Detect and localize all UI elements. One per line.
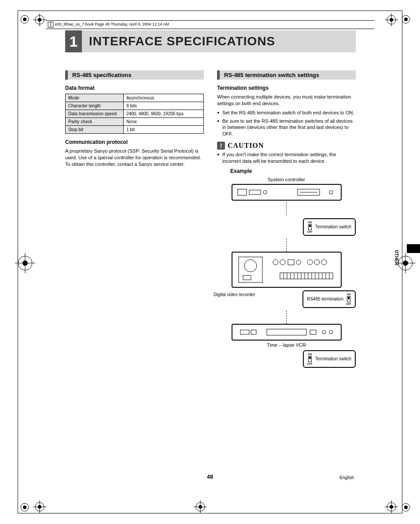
book-icon: [48, 22, 54, 28]
subhead-termination-settings: Termination settings: [217, 85, 356, 91]
termination-intro: When connecting multiple devices, you mu…: [217, 94, 356, 107]
device-label-dvr: Digital video recorder: [214, 292, 255, 297]
device-ports-icon: [236, 254, 337, 285]
termination-switch-callout: ON OFF Termination switch: [303, 218, 356, 236]
table-row: Character length8 bits: [66, 102, 204, 110]
switch-label: Termination switch: [315, 356, 351, 361]
dvr-illustration: [232, 252, 342, 288]
table-row: Data transmission speed2400, 4800, 9600,…: [66, 110, 204, 118]
svg-rect-71: [267, 329, 306, 335]
example-label: Example: [230, 168, 356, 174]
caution-heading: ! CAUTION: [217, 142, 356, 150]
svg-point-45: [244, 260, 257, 272]
subhead-data-format: Data format: [65, 85, 204, 91]
svg-point-43: [329, 191, 333, 194]
caution-bullets: If you don't make the correct terminatio…: [217, 151, 356, 165]
device-ports-icon: [236, 187, 337, 198]
svg-point-7: [404, 506, 408, 509]
svg-point-74: [329, 330, 333, 334]
file-meta-text: e00_l8hae_us_7.book Page 48 Thursday, Ap…: [55, 22, 169, 26]
svg-rect-72: [310, 330, 316, 334]
svg-point-51: [307, 260, 313, 265]
section-header-termination: RS-485 termination switch settings: [217, 70, 356, 80]
device-label-controller: System controller: [217, 177, 356, 182]
svg-rect-70: [251, 330, 256, 334]
svg-point-15: [403, 260, 408, 266]
table-row: Stop bit1 bit: [66, 126, 204, 134]
device-ports-icon: [236, 326, 337, 338]
chapter-number: 1: [65, 30, 82, 52]
termination-bullets: Set the RS-485 termination switch of bot…: [217, 110, 356, 137]
table-row: Parity checkNone: [66, 118, 204, 126]
rs485-termination-callout: RS485 termination ON OFF: [302, 290, 356, 308]
chapter-title-bar: 1 INTERFACE SPECIFICATIONS: [65, 30, 356, 52]
svg-point-50: [296, 260, 301, 264]
comm-protocol-body: A proprietary Sanyo protocol (SSP: Secur…: [65, 148, 204, 168]
svg-point-40: [263, 191, 267, 194]
switch-icon: ON OFF: [307, 221, 313, 233]
page-number: 48: [207, 473, 213, 480]
svg-rect-49: [288, 260, 294, 265]
list-item: Be sure to set the RS-485 termination sw…: [217, 118, 356, 138]
svg-rect-69: [240, 330, 249, 334]
side-tab-marker: [407, 244, 420, 253]
list-item: Set the RS-485 termination switch of bot…: [217, 110, 356, 116]
section-header-rs485-spec: RS-485 specifications: [65, 70, 204, 80]
svg-point-3: [404, 18, 408, 21]
caution-label: CAUTION: [228, 142, 264, 150]
vcr-illustration: [232, 324, 342, 341]
svg-rect-46: [243, 275, 251, 280]
connection-line: [286, 311, 287, 324]
system-controller-illustration: [232, 184, 342, 201]
svg-rect-44: [239, 257, 262, 282]
subhead-comm-protocol: Communication protocol: [65, 139, 204, 145]
switch-icon: ON OFF: [346, 293, 351, 305]
switch-label: RS485 termination: [307, 297, 343, 301]
svg-rect-38: [238, 189, 247, 195]
svg-rect-54: [280, 273, 333, 279]
language-label: English: [339, 475, 354, 480]
svg-point-48: [280, 260, 285, 265]
svg-point-73: [322, 330, 326, 334]
connection-line: [286, 238, 287, 252]
file-meta-header: e00_l8hae_us_7.book Page 48 Thursday, Ap…: [46, 20, 374, 29]
chapter-title: INTERFACE SPECIFICATIONS: [89, 34, 275, 48]
switch-icon: ON OFF: [307, 353, 313, 365]
termination-example-diagram: System controller ON OFF Termin: [217, 177, 356, 368]
list-item: If you don't make the correct terminatio…: [217, 151, 356, 165]
left-column: RS-485 specifications Data format ModeAs…: [65, 70, 204, 370]
svg-point-53: [321, 260, 327, 265]
caution-icon: !: [217, 142, 225, 150]
switch-label: Termination switch: [315, 224, 351, 229]
device-label-vcr: Time – lapse VCR: [217, 342, 356, 348]
svg-point-52: [314, 260, 320, 265]
data-format-table: ModeAsynchronous Character length8 bits …: [65, 94, 204, 134]
svg-point-47: [273, 260, 278, 265]
svg-rect-39: [249, 190, 261, 194]
table-row: ModeAsynchronous: [66, 94, 204, 102]
termination-switch-callout: ON OFF Termination switch: [303, 350, 356, 368]
side-tab-label: OTHER: [394, 250, 399, 265]
right-column: RS-485 termination switch settings Termi…: [217, 70, 356, 370]
connection-line: [286, 202, 287, 216]
